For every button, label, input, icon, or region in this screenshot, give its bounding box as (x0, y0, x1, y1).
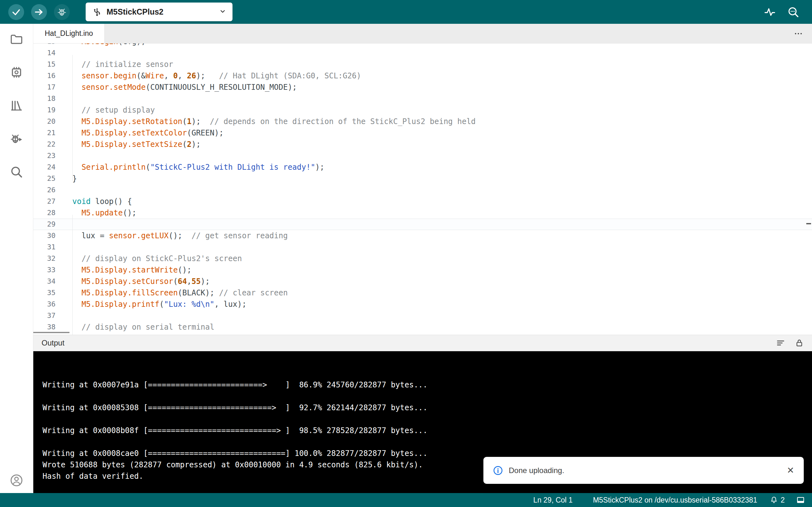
clear-output-button[interactable] (776, 338, 785, 348)
code-line-28[interactable]: 28 M5.update(); (33, 207, 812, 219)
scroll-lock-button[interactable] (795, 339, 804, 347)
code-line-33[interactable]: 33 M5.Display.startWrite(); (33, 264, 812, 276)
code-line-25[interactable]: 25} (33, 173, 812, 184)
line-number: 16 (33, 70, 56, 81)
code-text[interactable]: // setup display (72, 104, 812, 116)
upload-button[interactable] (31, 4, 47, 20)
line-number: 18 (33, 93, 56, 104)
debug-button[interactable] (54, 4, 70, 20)
serial-monitor-button[interactable] (787, 6, 799, 18)
padlock-icon (795, 339, 804, 347)
sidebar-item-library-manager[interactable] (0, 93, 33, 118)
tab-label: Hat_DLight.ino (45, 29, 93, 38)
code-text[interactable]: M5.begin(cfg); (72, 44, 812, 47)
line-number: 22 (33, 138, 56, 150)
code-line-30[interactable]: 30 lux = sensor.getLUX(); // get sensor … (33, 230, 812, 241)
code-text[interactable] (72, 310, 812, 321)
sidebar-item-debug[interactable] (0, 126, 33, 151)
code-text[interactable]: lux = sensor.getLUX(); // get sensor rea… (72, 230, 812, 241)
line-number: 33 (33, 264, 56, 276)
tab-more-button[interactable] (791, 24, 806, 44)
code-line-26[interactable]: 26 (33, 184, 812, 196)
code-editor[interactable]: 13 M5.begin(cfg);1415 // initialize sens… (33, 44, 812, 335)
sidebar-item-boards-manager[interactable] (0, 60, 33, 85)
cursor-position-status[interactable]: Ln 29, Col 1 (533, 496, 572, 504)
code-text[interactable] (72, 150, 812, 162)
code-text[interactable] (72, 184, 812, 196)
output-panel-header: Output (33, 335, 812, 351)
line-number: 23 (33, 150, 56, 162)
code-line-38[interactable]: 38 // display on serial terminal (33, 321, 812, 333)
code-line-29[interactable]: 29 (33, 219, 812, 230)
code-line-19[interactable]: 19 // setup display (33, 104, 812, 116)
code-line-18[interactable]: 18 (33, 93, 812, 104)
code-text[interactable]: sensor.setMode(CONTINUOUSLY_H_RESOLUTION… (72, 81, 812, 93)
code-text[interactable] (72, 241, 812, 253)
code-line-31[interactable]: 31 (33, 241, 812, 253)
code-text[interactable]: M5.Display.setTextSize(2); (72, 138, 812, 150)
code-line-27[interactable]: 27void loop() { (33, 196, 812, 207)
code-line-17[interactable]: 17 sensor.setMode(CONTINUOUSLY_H_RESOLUT… (33, 81, 812, 93)
toast-message: Done uploading. (509, 466, 564, 475)
code-line-36[interactable]: 36 M5.Display.printf("Lux: %d\n", lux); (33, 298, 812, 310)
code-line-13[interactable]: 13 M5.begin(cfg); (33, 44, 812, 47)
code-text[interactable]: M5.Display.fillScreen(BLACK); // clear s… (72, 287, 812, 298)
toggle-panel-button[interactable] (796, 496, 805, 504)
code-text[interactable]: Serial.println("StickC-Plus2 with DLight… (72, 162, 812, 173)
code-line-16[interactable]: 16 sensor.begin(&Wire, 0, 26); // Hat DL… (33, 70, 812, 81)
code-text[interactable] (72, 219, 812, 230)
indent-guide (72, 215, 73, 335)
code-text[interactable]: // display on StickC-Plus2's screen (72, 253, 812, 264)
code-text[interactable]: // initialize sensor (72, 59, 812, 70)
code-text[interactable]: // display on serial terminal (72, 321, 812, 333)
code-text[interactable]: void loop() { (72, 196, 812, 207)
status-bar: Ln 29, Col 1 M5StickCPlus2 on /dev/cu.us… (0, 493, 812, 507)
board-port-status: M5StickCPlus2 on /dev/cu.usbserial-586B0… (593, 496, 757, 504)
search-icon (9, 165, 23, 179)
code-text[interactable]: M5.Display.setCursor(64,55); (72, 276, 812, 287)
account-button[interactable] (0, 473, 33, 487)
serial-plotter-button[interactable] (764, 6, 776, 18)
code-text[interactable] (72, 93, 812, 104)
verify-button[interactable] (8, 4, 24, 20)
person-icon (9, 473, 23, 487)
line-number: 21 (33, 127, 56, 138)
code-text[interactable]: M5.Display.startWrite(); (72, 264, 812, 276)
sidebar-item-sketchbook[interactable] (0, 26, 33, 52)
code-line-23[interactable]: 23 (33, 150, 812, 162)
toast-close-button[interactable]: ✕ (787, 466, 794, 475)
notifications-button[interactable]: 2 (770, 496, 785, 504)
line-number: 32 (33, 253, 56, 264)
code-line-20[interactable]: 20 M5.Display.setRotation(1); // depends… (33, 116, 812, 127)
code-line-24[interactable]: 24 Serial.println("StickC-Plus2 with DLi… (33, 162, 812, 173)
terminal-line (43, 436, 812, 448)
code-line-21[interactable]: 21 M5.Display.setTextColor(GREEN); (33, 127, 812, 138)
code-text[interactable]: M5.Display.printf("Lux: %d\n", lux); (72, 298, 812, 310)
code-text[interactable]: M5.Display.setTextColor(GREEN); (72, 127, 812, 138)
board-selector[interactable]: M5StickCPlus2 (86, 3, 233, 21)
horizontal-scrollbar-thumb[interactable] (33, 332, 69, 333)
code-line-34[interactable]: 34 M5.Display.setCursor(64,55); (33, 276, 812, 287)
toolbar: M5StickCPlus2 (0, 0, 812, 24)
sidebar-item-search[interactable] (0, 159, 33, 185)
line-number: 35 (33, 287, 56, 298)
books-icon (9, 99, 23, 113)
code-text[interactable]: } (72, 173, 812, 184)
code-line-14[interactable]: 14 (33, 47, 812, 59)
code-text[interactable]: M5.update(); (72, 207, 812, 219)
line-number: 30 (33, 230, 56, 241)
code-text[interactable] (72, 47, 812, 59)
code-line-32[interactable]: 32 // display on StickC-Plus2's screen (33, 253, 812, 264)
line-number: 15 (33, 59, 56, 70)
panel-icon (796, 496, 805, 504)
code-text[interactable]: M5.Display.setRotation(1); // depends on… (72, 116, 812, 127)
code-line-15[interactable]: 15 // initialize sensor (33, 59, 812, 70)
code-line-37[interactable]: 37 (33, 310, 812, 321)
toolbar-right (764, 6, 812, 18)
code-line-22[interactable]: 22 M5.Display.setTextSize(2); (33, 138, 812, 150)
line-number: 31 (33, 241, 56, 253)
code-text[interactable]: sensor.begin(&Wire, 0, 26); // Hat DLigh… (72, 70, 812, 81)
tab-hat-dlight-ino[interactable]: Hat_DLight.ino (33, 24, 105, 43)
code-line-35[interactable]: 35 M5.Display.fillScreen(BLACK); // clea… (33, 287, 812, 298)
line-number: 28 (33, 207, 56, 219)
